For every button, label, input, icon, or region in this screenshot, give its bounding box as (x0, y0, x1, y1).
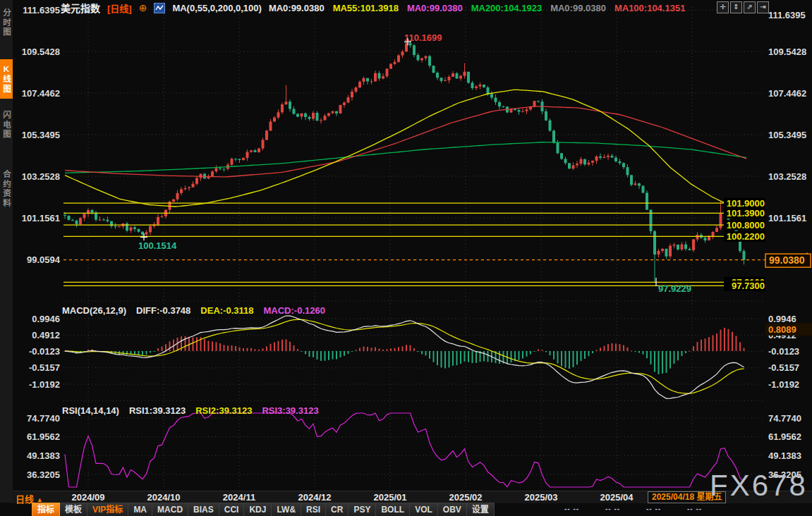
toolbar-button-BIAS[interactable]: BIAS (188, 503, 219, 516)
toolbar-button-MA[interactable]: MA (128, 503, 152, 516)
sidebar-tab-4[interactable]: 合约资料 (0, 156, 13, 221)
add-indicator-icon[interactable]: ⊕ (139, 2, 147, 13)
zoom-horizontal-icon[interactable]: ⇗ (744, 1, 756, 13)
svg-text:111.6395: 111.6395 (23, 5, 60, 16)
ma-value-0: MA0:99.0380 (269, 3, 325, 13)
shift-right-icon[interactable]: ⇥ (757, 1, 769, 13)
svg-text:0.8089: 0.8089 (768, 324, 796, 335)
svg-text:111.6395: 111.6395 (768, 10, 806, 20)
svg-text:101.3900: 101.3900 (727, 208, 765, 219)
symbol-title: 美元指数 (61, 1, 100, 15)
chart-toolbar-icons: ✛⇕⇗⇥ (717, 1, 769, 13)
ma-indicator-icon (154, 3, 165, 13)
svg-text:36.3205: 36.3205 (27, 469, 60, 480)
ma-legend: MA0:99.0380MA55:101.3918MA0:99.0380MA200… (269, 3, 686, 13)
month-label: 2025/03 (525, 492, 558, 503)
svg-text:0.9946: 0.9946 (768, 314, 796, 324)
svg-text:61.9562: 61.9562 (768, 431, 801, 442)
toolbar-button-指标[interactable]: 指标 (32, 503, 60, 516)
svg-text:-1.0192: -1.0192 (768, 379, 799, 390)
dash-mark: -- -- (564, 505, 579, 512)
left-sidebar: 分时图K线图闪电图合约资料 (0, 0, 13, 503)
month-label: 2025/01 (374, 492, 407, 503)
toolbar-button-MACD[interactable]: MACD (152, 503, 188, 516)
indicator-toolbar: 指标模板VIP指标MAMACDBIASCCIKDJLW&RSICRPSYBOLL… (32, 503, 495, 516)
toolbar-button-CCI[interactable]: CCI (219, 503, 245, 516)
macd-title: MACD(26,12,9) (62, 305, 126, 316)
period-tag: [日线] (107, 1, 132, 15)
month-label: 2024/11 (223, 492, 255, 503)
sidebar-tab-2[interactable]: K线图 (0, 59, 13, 99)
ma-value-4: MA0:99.0380 (550, 3, 606, 13)
month-label: 2025/04 (600, 492, 634, 503)
svg-text:97.9229: 97.9229 (658, 283, 691, 294)
ma-value-2: MA0:99.0380 (407, 3, 463, 13)
svg-text:-0.0123: -0.0123 (768, 346, 799, 357)
svg-text:49.1383: 49.1383 (768, 450, 801, 461)
svg-text:101.1561: 101.1561 (768, 213, 806, 223)
svg-text:74.7740: 74.7740 (27, 413, 60, 424)
macd-dea-value: DEA:-0.3118 (200, 305, 253, 316)
macd-diff-value: DIFF:-0.3748 (136, 305, 190, 316)
toolbar-button-模板[interactable]: 模板 (60, 503, 87, 516)
svg-text:100.2200: 100.2200 (727, 231, 765, 242)
svg-text:99.0594: 99.0594 (27, 254, 61, 265)
month-label: 2025/02 (449, 492, 483, 503)
toolbar-button-VOL[interactable]: VOL (410, 503, 438, 516)
svg-text:103.2528: 103.2528 (22, 171, 60, 182)
svg-text:0.4912: 0.4912 (32, 330, 60, 340)
rsi3-value: RSI3:39.3123 (262, 405, 318, 416)
svg-text:101.9000: 101.9000 (727, 198, 765, 209)
chart-canvas[interactable]: 111.6395111.6395109.5428109.5428107.4462… (0, 0, 812, 516)
ma-value-1: MA55:101.3918 (333, 3, 399, 13)
macd-panel-header: MACD(26,12,9) DIFF:-0.3748 DEA:-0.3118 M… (62, 305, 325, 316)
sidebar-tab-3[interactable]: 闪电图 (0, 102, 13, 148)
month-label: 2024/12 (298, 492, 332, 503)
toolbar-button-PSY[interactable]: PSY (349, 503, 376, 516)
toolbar-button-LW&[interactable]: LW& (272, 503, 301, 516)
svg-text:110.1699: 110.1699 (404, 32, 442, 43)
month-label: 2024/09 (72, 492, 105, 503)
svg-text:109.5428: 109.5428 (22, 47, 60, 57)
fx678-watermark: FX678 (710, 471, 808, 500)
toolbar-button-KDJ[interactable]: KDJ (244, 503, 272, 516)
zoom-vertical-icon[interactable]: ⇕ (730, 1, 742, 13)
svg-text:105.3495: 105.3495 (22, 130, 60, 140)
dash-mark: -- -- (605, 505, 620, 512)
ma-value-5: MA100:104.1351 (614, 3, 685, 13)
macd-macd-value: MACD:-0.1260 (264, 305, 325, 316)
dash-mark: -- -- (646, 505, 661, 512)
ma-settings-label: MA(0,55,0,200,0,100) (172, 3, 261, 13)
rsi-panel-header: RSI(14,14,14) RSI1:39.3123 RSI2:39.3123 … (62, 405, 319, 416)
svg-text:107.4462: 107.4462 (22, 88, 60, 99)
toolbar-button-VIP指标[interactable]: VIP指标 (87, 503, 128, 516)
svg-text:97.7300: 97.7300 (732, 281, 765, 291)
svg-text:107.4462: 107.4462 (768, 88, 806, 99)
svg-text:101.1561: 101.1561 (22, 213, 60, 223)
toolbar-button-OBV[interactable]: OBV (438, 503, 467, 516)
svg-text:-0.5157: -0.5157 (29, 362, 60, 373)
ma-value-3: MA200:104.1923 (471, 3, 542, 13)
toolbar-button-BOLL[interactable]: BOLL (376, 503, 410, 516)
move-icon[interactable]: ✛ (717, 1, 729, 13)
sidebar-tab-1[interactable]: 分时图 (0, 3, 13, 42)
svg-text:-0.5157: -0.5157 (768, 362, 799, 373)
svg-text:-1.0192: -1.0192 (29, 379, 60, 390)
svg-text:103.2528: 103.2528 (768, 171, 806, 182)
main-chart-header: 美元指数 [日线] ⊕ MA(0,55,0,200,0,100) MA0:99.… (61, 1, 685, 14)
toolbar-button-设置[interactable]: 设置 (467, 503, 495, 516)
svg-text:0.9946: 0.9946 (32, 314, 60, 324)
svg-text:109.5428: 109.5428 (768, 47, 806, 57)
dash-mark: -- -- (687, 505, 702, 512)
rsi2-value: RSI2:39.3123 (195, 405, 252, 416)
svg-text:100.1514: 100.1514 (138, 240, 177, 251)
svg-text:100.8000: 100.8000 (727, 220, 765, 231)
svg-text:49.1383: 49.1383 (27, 450, 60, 461)
toolbar-button-CR[interactable]: CR (326, 503, 349, 516)
rsi-title: RSI(14,14,14) (62, 405, 119, 416)
svg-text:105.3495: 105.3495 (768, 130, 806, 140)
svg-text:-0.0123: -0.0123 (29, 346, 60, 357)
toolbar-button-RSI[interactable]: RSI (301, 503, 326, 516)
trading-app-window: 111.6395111.6395109.5428109.5428107.4462… (0, 0, 812, 516)
svg-text:61.9562: 61.9562 (27, 431, 60, 442)
